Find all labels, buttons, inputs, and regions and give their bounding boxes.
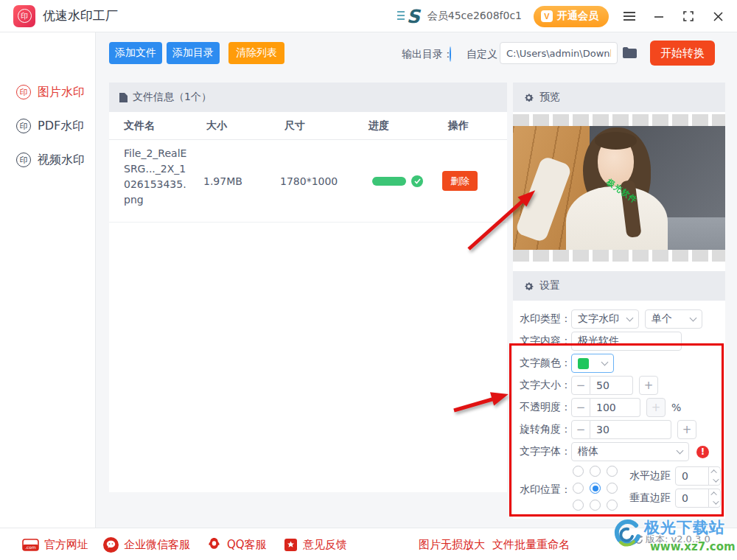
add-directory-button[interactable]: 添加目录	[167, 42, 220, 64]
feedback-link[interactable]: 意见反馈	[284, 528, 347, 560]
minimize-button[interactable]	[644, 0, 674, 32]
official-site-label: 官方网址	[44, 538, 88, 552]
filmstrip-bottom	[513, 250, 725, 262]
app-title: 优速水印工厂	[43, 7, 118, 24]
batch-rename-link[interactable]: 文件批量重命名	[492, 528, 570, 560]
sidebar-item-label: PDF水印	[38, 119, 84, 134]
stamp-icon: 印	[16, 153, 31, 167]
menu-icon[interactable]	[615, 0, 644, 32]
sidebar: 印 图片水印 印 PDF水印 印 视频水印	[0, 32, 96, 528]
clear-list-button[interactable]: 清除列表	[228, 42, 284, 64]
custom-output-radio[interactable]	[450, 46, 451, 62]
delete-button[interactable]: 删除	[442, 171, 478, 191]
dot-com-icon: .com	[22, 539, 39, 551]
footer: .com 官方网址 企业微信客服 QQ客服 意见反馈 图片无损放大 文件批量重命…	[0, 528, 737, 560]
custom-output-label: 自定义	[467, 48, 497, 61]
table-header: 文件名 大小 尺寸 进度 操作	[109, 112, 507, 140]
member-id: 会员45ce2608f0c1	[427, 10, 522, 23]
speed-logo-icon: S	[407, 6, 420, 27]
feedback-label: 意见反馈	[303, 538, 347, 552]
file-name: File_2_RealESRG..._2X_1026153435.png	[124, 146, 190, 208]
stamp-glyph: 印	[18, 9, 32, 23]
photo-bangs	[595, 132, 638, 150]
svg-text:.com: .com	[25, 545, 36, 550]
titlebar: 印 优速水印工厂 S 会员45ce2608f0c1 V 开通会员	[0, 0, 737, 32]
qq-icon	[206, 537, 222, 553]
sidebar-item-pdf-watermark[interactable]: 印 PDF水印	[0, 109, 95, 143]
chevron-down-icon	[690, 315, 697, 322]
col-dimensions: 尺寸	[284, 119, 305, 133]
progress-bar	[372, 177, 406, 186]
gear-icon	[523, 92, 534, 103]
app-logo-icon: 印	[13, 5, 35, 27]
filmstrip-top	[513, 114, 725, 126]
output-path-input[interactable]	[500, 42, 618, 64]
stamp-icon: 印	[16, 119, 31, 133]
browse-folder-icon[interactable]	[623, 47, 637, 61]
preview-image: 极光软件	[513, 126, 725, 250]
titlebar-right: S 会员45ce2608f0c1 V 开通会员	[407, 0, 737, 32]
vip-label: 开通会员	[557, 10, 598, 23]
watermark-type-select[interactable]: 文字水印	[571, 309, 639, 329]
sidebar-item-image-watermark[interactable]: 印 图片水印	[0, 75, 95, 109]
settings-header: 设置	[513, 271, 725, 301]
done-check-icon	[411, 175, 423, 187]
file-info-title: 文件信息（1个）	[133, 91, 212, 104]
wechat-service-label: 企业微信客服	[124, 538, 190, 552]
table-row: File_2_RealESRG..._2X_1026153435.png 1.9…	[109, 140, 507, 223]
add-file-button[interactable]: 添加文件	[109, 42, 162, 64]
maximize-button[interactable]	[674, 0, 703, 32]
document-icon	[119, 93, 128, 102]
file-size: 1.97MB	[203, 175, 242, 187]
col-size: 大小	[206, 119, 227, 133]
feedback-icon	[284, 538, 298, 552]
watermark-type-value: 文字水印	[578, 312, 619, 326]
lossless-enlarge-link[interactable]: 图片无损放大	[419, 528, 485, 560]
preview-title: 预览	[539, 91, 560, 104]
watermark-mode-value: 单个	[652, 312, 672, 326]
vip-icon: V	[541, 10, 553, 22]
watermark-mode-select[interactable]: 单个	[645, 309, 702, 329]
file-info-header: 文件信息（1个）	[109, 83, 507, 112]
file-dimensions: 1780*1000	[280, 175, 338, 187]
qq-service-label: QQ客服	[227, 538, 267, 552]
wechat-icon	[103, 537, 119, 553]
official-site-link[interactable]: .com 官方网址	[22, 528, 88, 560]
app-window: 印 优速水印工厂 S 会员45ce2608f0c1 V 开通会员	[0, 0, 737, 560]
sidebar-item-video-watermark[interactable]: 印 视频水印	[0, 143, 95, 177]
batch-rename-label: 文件批量重命名	[492, 538, 570, 552]
file-panel: 文件信息（1个） 文件名 大小 尺寸 进度 操作 File_2_RealESRG…	[109, 83, 507, 492]
col-progress: 进度	[368, 119, 389, 133]
open-vip-button[interactable]: V 开通会员	[534, 6, 609, 27]
output-dir-label: 输出目录：	[402, 48, 453, 61]
qq-service-link[interactable]: QQ客服	[206, 528, 267, 560]
annotation-red-box	[509, 343, 724, 517]
sidebar-item-label: 图片水印	[38, 85, 85, 100]
settings-title: 设置	[539, 279, 560, 293]
sidebar-item-label: 视频水印	[38, 153, 85, 168]
watermark-type-label: 水印类型：	[520, 312, 571, 326]
stamp-icon: 印	[16, 85, 31, 99]
col-action: 操作	[448, 119, 469, 133]
start-convert-button[interactable]: 开始转换	[650, 41, 715, 66]
col-filename: 文件名	[124, 119, 155, 133]
preview-header: 预览	[513, 83, 725, 112]
close-button[interactable]	[703, 0, 733, 32]
photo-sweater	[566, 186, 668, 250]
wechat-service-link[interactable]: 企业微信客服	[103, 528, 190, 560]
gear-icon	[523, 281, 534, 292]
lossless-enlarge-label: 图片无损放大	[419, 538, 485, 552]
row-watermark-type: 水印类型： 文字水印 单个	[520, 308, 702, 330]
chevron-down-icon	[626, 315, 634, 322]
